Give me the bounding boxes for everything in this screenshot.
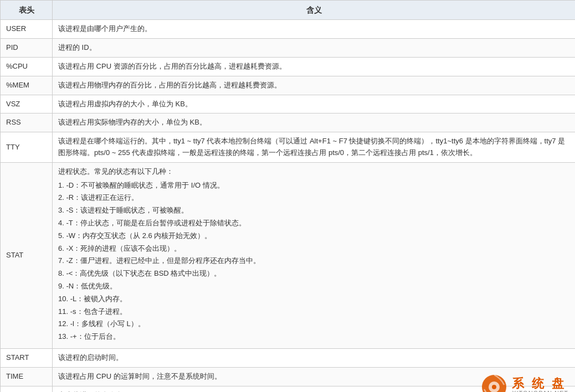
- header-col2: 含义: [53, 1, 576, 20]
- row-value-%cpu: 该进程占用 CPU 资源的百分比，占用的百分比越高，进程越耗费资源。: [53, 57, 576, 76]
- watermark-logo-icon: [481, 374, 507, 392]
- svg-point-2: [492, 385, 496, 389]
- row-value-pid: 进程的 ID。: [53, 39, 576, 58]
- row-key-rss: RSS: [1, 114, 53, 132]
- stat-list-item: 5. -W：内存交互状态（从 2.6 内核开始无效）。: [58, 230, 569, 242]
- table-header-row: 表头 含义: [1, 1, 576, 20]
- row-key-user: USER: [1, 20, 53, 39]
- stat-list-item: 6. -X：死掉的进程（应该不会出现）。: [58, 243, 569, 255]
- row-key-tty: TTY: [1, 132, 53, 163]
- watermark-title: 系 统 盘: [512, 378, 566, 390]
- row-value-start: 该进程的启动时间。: [53, 348, 576, 367]
- stat-list-item: 2. -R：该进程正在运行。: [58, 192, 569, 204]
- table-container: 表头 含义 USER该进程是由哪个用户产生的。PID进程的 ID。%CPU该进程…: [0, 0, 575, 392]
- table-row: USER该进程是由哪个用户产生的。: [1, 20, 576, 39]
- table-row: VSZ该进程占用虚拟内存的大小，单位为 KB。: [1, 95, 576, 114]
- header-col1: 表头: [1, 1, 53, 20]
- stat-list-item: 10. -L：被锁入内存。: [58, 293, 569, 305]
- table-row: TTY该进程是在哪个终端运行的。其中，tty1 ~ tty7 代表本地控制台终端…: [1, 132, 576, 163]
- table-row: START该进程的启动时间。: [1, 348, 576, 367]
- row-key-command: COMMAND: [1, 386, 53, 392]
- stat-list-item: 3. -S：该进程处于睡眠状态，可被唤醒。: [58, 205, 569, 216]
- stat-list-item: 1. -D：不可被唤醒的睡眠状态，通常用于 I/O 情况。: [58, 180, 569, 192]
- stat-list-item: 11. -s：包含子进程。: [58, 306, 569, 318]
- stat-list-item: 4. -T：停止状态，可能是在后台暂停或进程处于除错状态。: [58, 218, 569, 229]
- watermark-text: 系 统 盘 XITONGPAN.NET: [512, 378, 568, 392]
- watermark: 系 统 盘 XITONGPAN.NET: [481, 374, 568, 392]
- table-row: %CPU该进程占用 CPU 资源的百分比，占用的百分比越高，进程越耗费资源。: [1, 57, 576, 76]
- stat-list-item: 9. -N：低优先级。: [58, 281, 569, 292]
- row-key-pid: PID: [1, 39, 53, 58]
- row-value-%mem: 该进程占用物理内存的百分比，占用的百分比越高，进程越耗费资源。: [53, 76, 576, 95]
- table-row: %MEM该进程占用物理内存的百分比，占用的百分比越高，进程越耗费资源。: [1, 76, 576, 95]
- stat-list-item: 12. -l：多线程（小写 L）。: [58, 318, 569, 330]
- table-row: STAT进程状态。常见的状态有以下几种：1. -D：不可被唤醒的睡眠状态，通常用…: [1, 162, 576, 348]
- row-value-vsz: 该进程占用虚拟内存的大小，单位为 KB。: [53, 95, 576, 114]
- row-value-user: 该进程是由哪个用户产生的。: [53, 20, 576, 39]
- stat-list-item: 7. -Z：僵尸进程。进程已经中止，但是部分程序还在内存当中。: [58, 255, 569, 267]
- row-value-stat: 进程状态。常见的状态有以下几种：1. -D：不可被唤醒的睡眠状态，通常用于 I/…: [53, 162, 576, 348]
- watermark-url: XITONGPAN.NET: [512, 390, 568, 392]
- row-value-tty: 该进程是在哪个终端运行的。其中，tty1 ~ tty7 代表本地控制台终端（可以…: [53, 132, 576, 163]
- row-key-stat: STAT: [1, 162, 53, 348]
- table-row: RSS该进程占用实际物理内存的大小，单位为 KB。: [1, 114, 576, 132]
- table-row: PID进程的 ID。: [1, 39, 576, 58]
- stat-list-item: 13. -+：位于后台。: [58, 331, 569, 343]
- main-table: 表头 含义 USER该进程是由哪个用户产生的。PID进程的 ID。%CPU该进程…: [0, 0, 575, 392]
- stat-list-item: 8. -<：高优先级（以下状态在 BSD 格式中出现）。: [58, 268, 569, 280]
- row-key-start: START: [1, 348, 53, 367]
- row-key-time: TIME: [1, 367, 53, 386]
- row-key-vsz: VSZ: [1, 95, 53, 114]
- row-key-%mem: %MEM: [1, 76, 53, 95]
- row-value-rss: 该进程占用实际物理内存的大小，单位为 KB。: [53, 114, 576, 132]
- row-key-%cpu: %CPU: [1, 57, 53, 76]
